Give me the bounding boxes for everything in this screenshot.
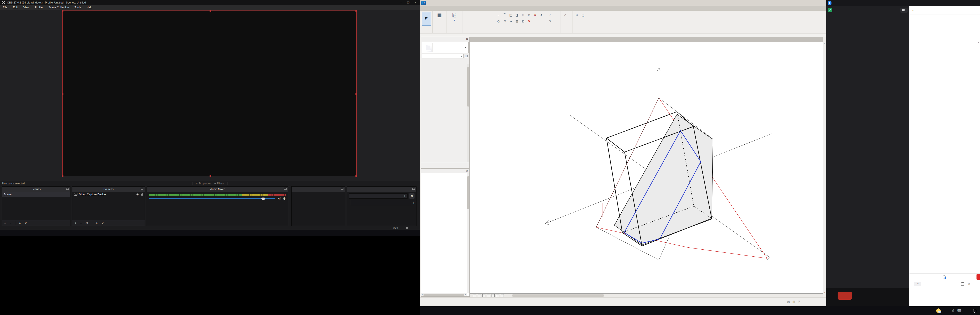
properties-icon[interactable]: ▣ [437,13,442,18]
move-up-icon[interactable]: ∧ [95,221,98,225]
duration-input[interactable] [351,200,411,205]
filter-icon[interactable]: ▽ [798,300,800,303]
obs-menu-item[interactable]: File [0,6,10,9]
chat-scrollbar[interactable]: ⚌ ∧ [977,14,980,274]
hide-elements-icon[interactable] [501,294,504,297]
add-icon[interactable]: + [4,221,6,225]
network-icon[interactable]: ⌨ [957,309,961,312]
apply-button[interactable] [461,165,468,165]
lock-icon[interactable] [141,194,143,196]
attach-file-icon[interactable] [961,282,964,286]
dock-popout-icon[interactable] [66,188,69,190]
design-options-icon[interactable]: ▥ [792,300,795,303]
override-icon[interactable]: ✎ [548,19,553,24]
dock-popout-icon[interactable] [141,188,143,190]
move-icon[interactable]: ✥ [539,13,544,18]
delete-icon[interactable]: ✕ [527,19,532,24]
privacy-icon [943,275,946,278]
move-down-icon[interactable]: ∨ [25,221,27,225]
move-up-icon[interactable]: ∧ [19,221,21,225]
scale-icon[interactable]: ◰ [520,19,526,24]
source-properties-button[interactable]: ⚙ Properties [196,182,211,185]
remove-icon[interactable]: − [10,221,11,225]
volume-slider[interactable] [149,198,275,199]
browser-scrollbar[interactable] [467,173,469,293]
edit-type-button[interactable] [465,55,469,57]
transition-select[interactable]: ∧∨ [349,193,407,199]
speaker-icon[interactable]: ◄)) [277,197,281,200]
paste-button[interactable]: ⎘▾ [450,12,458,25]
array-icon[interactable]: ▦ [514,19,520,24]
remove-icon[interactable]: − [80,221,82,225]
mirror-draw-icon[interactable]: ◨ [514,13,520,18]
filter-icon[interactable]: ⚌ [977,39,980,41]
instance-selector[interactable]: ∨ [422,54,463,59]
pin-icon[interactable]: ⊕ [527,13,532,18]
browser-horizontal-scrollbar[interactable]: <> [421,293,467,296]
more-options-icon[interactable]: ⋯ [974,282,977,286]
unpin-icon[interactable]: ⊗ [533,13,538,18]
obs-menu-item[interactable]: Tools [72,6,84,9]
scene-item[interactable]: Scene [2,192,70,197]
sun-path-icon[interactable] [482,294,485,297]
rotate-icon[interactable]: ⟲ [502,19,507,24]
window-button[interactable]: ─ [401,1,402,4]
meeting-security-icon[interactable]: ✓ [828,8,832,12]
window-button[interactable]: ❒ [407,1,409,4]
close-icon[interactable]: ✕ [466,38,468,41]
emoji-icon[interactable]: ☺ [967,282,970,286]
window-button[interactable]: ✕ [414,1,417,4]
properties-scrollbar[interactable] [467,64,469,162]
channel-gear-icon[interactable]: ⚙ [283,197,286,200]
visual-style-icon[interactable] [478,294,481,297]
measure-icon[interactable]: ⤢ [562,13,568,18]
add-icon[interactable]: + [75,221,76,225]
obs-menu-item[interactable]: Profile [32,6,46,9]
notification-center-icon[interactable] [973,309,977,312]
split-icon[interactable]: ⁜ [520,13,526,18]
obs-menu-item[interactable]: View [21,6,32,9]
source-properties-icon[interactable]: ⚙ [86,221,88,225]
revit-logo-icon[interactable]: R [421,1,426,5]
crop-view-icon[interactable] [492,294,495,297]
hide-icon[interactable]: ◌ [548,13,553,18]
obs-menu-item[interactable]: Help [84,6,95,9]
view-layout-button[interactable] [900,8,908,13]
source-item[interactable]: Video Capture Device ◉ [72,192,145,197]
mirror-icon[interactable]: ◫ [508,13,514,18]
obs-video-source[interactable] [62,11,356,176]
transition-gear-icon[interactable]: ⚙ [409,193,415,199]
drawing-canvas[interactable] [470,42,823,294]
dock-popout-icon[interactable] [284,188,286,190]
close-icon[interactable]: ✕ [466,169,468,172]
move-down-icon[interactable]: ∨ [102,221,104,225]
end-meeting-button[interactable] [838,292,852,300]
sources-toolbar: +− ⚙ ∧∨ [72,220,145,226]
source-filters-button[interactable]: ✦ Filters [214,182,224,185]
modify-tool-button[interactable]: ◤ [422,12,431,25]
canvas-vertical-scrollbar[interactable] [823,42,826,294]
type-selector[interactable]: ▼ [422,42,469,53]
recipient-dropdown[interactable]: ∨ [914,282,921,286]
detail-level-icon[interactable] [473,294,476,297]
align-icon[interactable]: ⌐ [496,13,501,18]
chevron-down-icon[interactable]: ∨ [912,9,914,12]
usb-icon[interactable]: ⎙ [952,309,954,312]
assembly-icon[interactable]: ⬚ [580,13,585,18]
trim-icon[interactable]: ⇥ [508,19,514,24]
dock-popout-icon[interactable] [341,188,344,190]
scroll-up-icon[interactable]: ∧ [977,41,980,44]
message-input[interactable] [909,288,980,291]
group-icon[interactable]: ⧉ [574,13,579,18]
offset-icon[interactable]: ⌒ [502,13,507,18]
shadows-icon[interactable] [487,294,490,297]
canvas-horizontal-scrollbar[interactable] [512,294,604,297]
worksets-icon[interactable]: ▧ [787,300,790,303]
obs-menu-item[interactable]: Edit [10,6,21,9]
crop-region-icon[interactable] [496,294,499,297]
weather-widget[interactable] [936,309,944,313]
dock-popout-icon[interactable] [412,188,415,190]
obs-menu-item[interactable]: Scene Collection [46,6,72,9]
copy-icon[interactable]: ◎ [496,19,501,24]
visibility-eye-icon[interactable]: ◉ [136,193,139,196]
